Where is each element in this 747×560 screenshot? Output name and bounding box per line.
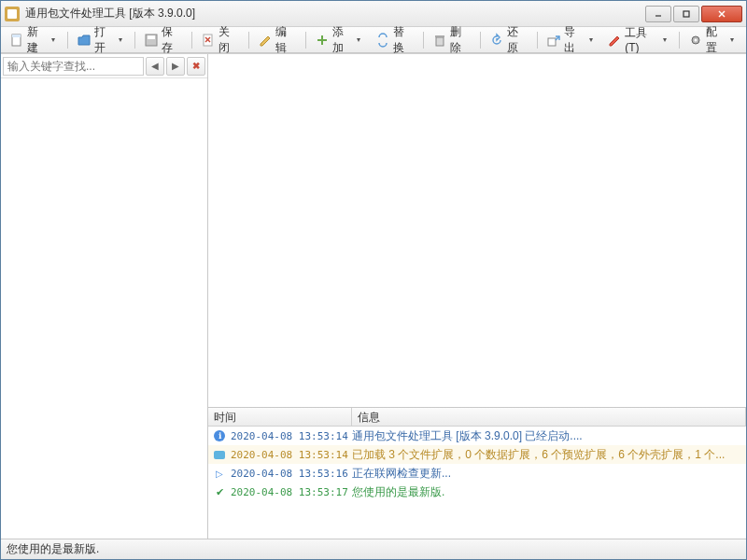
file-tree[interactable] (1, 78, 207, 539)
search-input[interactable] (3, 57, 144, 76)
log-net-icon (212, 466, 227, 481)
log-ok-icon (212, 484, 227, 499)
minimize-button[interactable] (645, 6, 671, 22)
log-time: 2020-04-08 13:53:14 (227, 430, 352, 442)
export-label: 导出 (564, 24, 585, 56)
dropdown-icon: ▾ (589, 35, 597, 44)
toolbar: 新建 ▾ 打开 ▾ 保存 关闭 编辑 添加 ▾ (1, 27, 746, 53)
window-title: 通用包文件处理工具 [版本 3.9.0.0] (25, 6, 645, 21)
close-button[interactable] (701, 6, 742, 22)
plus-icon (315, 33, 330, 48)
restore-label: 还原 (507, 24, 529, 56)
separator (134, 32, 135, 49)
svg-rect-7 (148, 35, 155, 39)
dropdown-icon: ▾ (730, 35, 738, 44)
save-label: 保存 (162, 24, 183, 56)
log-time: 2020-04-08 13:53:16 (227, 468, 352, 480)
separator (480, 32, 481, 49)
folder-open-icon (77, 33, 92, 48)
search-row: ◀ ▶ ✖ (1, 54, 207, 78)
content-area: ◀ ▶ ✖ 时间 信息 2020-04-08 13:53:14通用包文件处理工具… (1, 53, 746, 539)
log-message: 通用包文件处理工具 [版本 3.9.0.0] 已经启动.... (352, 428, 746, 444)
log-header: 时间 信息 (208, 408, 746, 427)
svg-point-18 (695, 38, 698, 41)
log-time: 2020-04-08 13:53:14 (227, 449, 352, 461)
log-body[interactable]: 2020-04-08 13:53:14通用包文件处理工具 [版本 3.9.0.0… (208, 427, 746, 539)
search-prev-button[interactable]: ◀ (146, 57, 164, 76)
log-info-icon (212, 428, 227, 443)
main-panel: 时间 信息 2020-04-08 13:53:14通用包文件处理工具 [版本 3… (208, 54, 746, 539)
close-label: 关闭 (218, 24, 240, 56)
svg-rect-15 (548, 38, 556, 46)
save-icon (144, 33, 159, 48)
statusbar: 您使用的是最新版. (1, 539, 746, 559)
separator (679, 32, 680, 49)
separator (305, 32, 306, 49)
log-row[interactable]: 2020-04-08 13:53:14通用包文件处理工具 [版本 3.9.0.0… (208, 427, 746, 445)
new-label: 新建 (27, 24, 49, 56)
tools-label: 工具(T) (625, 25, 660, 54)
gear-icon (688, 33, 703, 48)
log-time: 2020-04-08 13:53:17 (227, 486, 352, 498)
separator (191, 32, 192, 49)
tools-pencil-icon (607, 33, 622, 48)
preview-panel[interactable] (208, 54, 746, 408)
new-file-icon (9, 33, 24, 48)
add-label: 添加 (332, 24, 354, 56)
log-row[interactable]: 2020-04-08 13:53:14已加载 3 个文件扩展，0 个数据扩展，6… (208, 445, 746, 464)
search-next-button[interactable]: ▶ (166, 57, 185, 76)
replace-icon (375, 33, 390, 48)
separator (537, 32, 538, 49)
separator (248, 32, 249, 49)
app-icon (5, 7, 20, 21)
dropdown-icon: ▾ (51, 35, 59, 44)
close-file-icon (201, 33, 216, 48)
log-col-time[interactable]: 时间 (208, 408, 352, 426)
separator (423, 32, 424, 49)
status-text: 您使用的是最新版. (7, 541, 99, 557)
pencil-icon (258, 33, 273, 48)
search-cancel-button[interactable]: ✖ (187, 57, 205, 76)
svg-rect-14 (435, 35, 444, 37)
export-icon (546, 33, 561, 48)
sidebar: ◀ ▶ ✖ (1, 54, 208, 539)
log-row[interactable]: 2020-04-08 13:53:16正在联网检查更新... (208, 464, 746, 483)
log-message: 正在联网检查更新... (352, 466, 746, 482)
config-label: 配置 (706, 24, 727, 56)
svg-rect-1 (684, 11, 689, 17)
log-panel: 时间 信息 2020-04-08 13:53:14通用包文件处理工具 [版本 3… (208, 408, 746, 539)
window-controls (645, 6, 742, 22)
svg-rect-13 (436, 37, 444, 46)
log-message: 已加载 3 个文件扩展，0 个数据扩展，6 个预览扩展，6 个外壳扩展，1 个.… (352, 447, 746, 463)
open-label: 打开 (94, 24, 116, 56)
dropdown-icon: ▾ (663, 35, 670, 44)
trash-icon (432, 33, 447, 48)
edit-label: 编辑 (275, 24, 297, 56)
log-col-msg[interactable]: 信息 (352, 408, 746, 426)
app-window: 通用包文件处理工具 [版本 3.9.0.0] 新建 ▾ 打开 ▾ 保存 关闭 (0, 0, 747, 560)
delete-label: 删除 (450, 24, 472, 56)
svg-rect-5 (12, 35, 21, 37)
dropdown-icon: ▾ (357, 35, 364, 44)
dropdown-icon: ▾ (119, 35, 126, 44)
undo-icon (489, 33, 504, 48)
tools-button[interactable]: 工具(T) ▾ (602, 22, 675, 57)
replace-label: 替换 (393, 24, 415, 56)
maximize-button[interactable] (673, 6, 699, 22)
log-row[interactable]: 2020-04-08 13:53:17您使用的是最新版. (208, 483, 746, 501)
log-load-icon (212, 447, 227, 462)
separator (67, 32, 68, 49)
log-message: 您使用的是最新版. (352, 484, 746, 500)
